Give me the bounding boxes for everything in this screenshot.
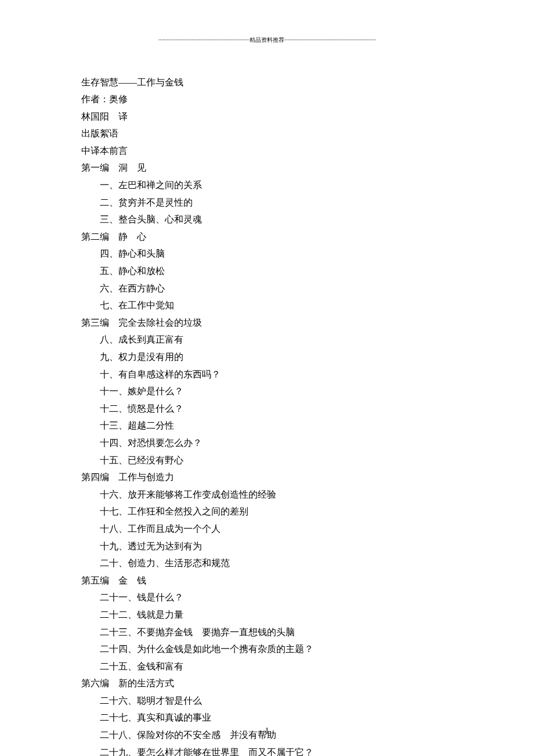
toc-item: 十二、愤怒是什么？: [81, 400, 453, 417]
section-heading: 第二编 静 心: [81, 228, 453, 246]
header-banner: ········································…: [81, 35, 453, 46]
toc-item: 四、静心和头脑: [81, 245, 453, 262]
toc-item: 八、成长到真正富有: [81, 331, 453, 348]
toc-item: 二十三、不要抛弃金钱 要抛弃一直想钱的头脑: [81, 624, 453, 641]
toc-item: 十一、嫉妒是什么？: [81, 383, 453, 400]
section-heading: 第一编 洞 见: [81, 159, 453, 177]
content-body: 生存智慧——工作与金钱 作者：奥修 林国阳 译 出版絮语 中译本前言 第一编 洞…: [81, 74, 453, 757]
section-heading: 第四编 工作与创造力: [81, 469, 453, 486]
section-heading: 第五编 金 钱: [81, 572, 453, 589]
toc-item: 十九、透过无为达到有为: [81, 538, 453, 555]
toc-item: 二十、创造力、生活形态和规范: [81, 555, 453, 572]
toc-item: 九、权力是没有用的: [81, 348, 453, 366]
page-number: 1: [0, 723, 534, 739]
toc-item: 二、贫穷并不是灵性的: [81, 194, 453, 211]
toc-item: 二十二、钱就是力量: [81, 606, 453, 624]
section-heading: 第六编 新的生活方式: [81, 675, 453, 692]
toc-item: 二十一、钱是什么？: [81, 589, 453, 606]
toc-item: 十七、工作狂和全然投入之间的差别: [81, 503, 453, 520]
preface-line: 中译本前言: [81, 142, 453, 160]
author-line: 作者：奥修: [81, 91, 453, 108]
document-page: ········································…: [0, 0, 534, 756]
title-line: 生存智慧——工作与金钱: [81, 74, 453, 91]
toc-item: 十八、工作而且成为一个个人: [81, 520, 453, 538]
pub-note-line: 出版絮语: [81, 125, 453, 142]
toc-item: 五、静心和放松: [81, 262, 453, 280]
toc-item: 二十五、金钱和富有: [81, 658, 453, 675]
toc-item: 十六、放开来能够将工作变成创造性的经验: [81, 486, 453, 503]
toc-item: 三、整合头脑、心和灵魂: [81, 211, 453, 228]
toc-item: 十三、超越二分性: [81, 417, 453, 434]
toc-item: 二十九、要怎么样才能够在世界里 而又不属于它？: [81, 744, 453, 756]
toc-item: 七、在工作中觉知: [81, 297, 453, 314]
toc-item: 十四、对恐惧要怎么办？: [81, 434, 453, 452]
section-heading: 第三编 完全去除社会的垃圾: [81, 314, 453, 332]
toc-item: 十五、已经没有野心: [81, 452, 453, 469]
toc-item: 一、左巴和禅之间的关系: [81, 177, 453, 194]
toc-item: 十、有自卑感这样的东西吗？: [81, 366, 453, 383]
toc-item: 二十六、聪明才智是什么: [81, 692, 453, 710]
toc-item: 六、在西方静心: [81, 280, 453, 297]
toc-item: 二十四、为什么金钱是如此地一个携有杂质的主题？: [81, 640, 453, 658]
translator-line: 林国阳 译: [81, 108, 453, 125]
